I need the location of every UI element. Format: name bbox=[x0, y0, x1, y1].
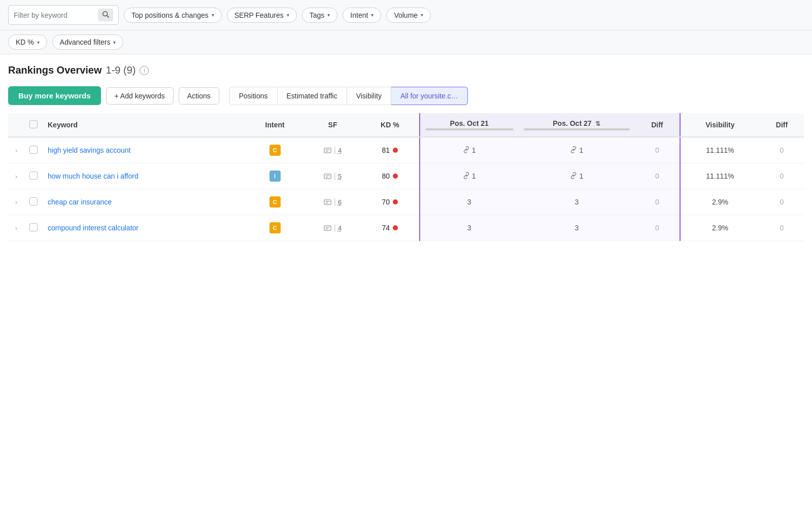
checkbox-cell[interactable] bbox=[24, 215, 43, 241]
chevron-down-icon: ▾ bbox=[421, 12, 423, 18]
pos-oct21-value: 3 bbox=[425, 224, 514, 232]
search-button[interactable] bbox=[98, 9, 113, 21]
pos-oct21-cell: 3 bbox=[420, 215, 519, 241]
pos-oct21-cell: 1 bbox=[420, 163, 519, 189]
expand-cell[interactable]: › bbox=[8, 189, 24, 215]
intent-cell: C bbox=[245, 215, 304, 241]
buy-keywords-button[interactable]: Buy more keywords bbox=[8, 86, 101, 105]
expand-cell[interactable]: › bbox=[8, 215, 24, 241]
chevron-down-icon: ▾ bbox=[37, 40, 40, 45]
actions-button[interactable]: Actions bbox=[179, 87, 219, 105]
filter-advanced[interactable]: Advanced filters ▾ bbox=[52, 35, 124, 50]
svg-rect-10 bbox=[326, 202, 328, 203]
filter-volume[interactable]: Volume ▾ bbox=[386, 8, 431, 23]
col-vis-diff-header: Diff bbox=[760, 113, 804, 137]
svg-rect-12 bbox=[326, 227, 330, 227]
rankings-table: Keyword Intent SF KD % Pos. Oct 21 bbox=[8, 113, 804, 241]
row-checkbox[interactable] bbox=[29, 197, 38, 206]
expand-cell[interactable]: › bbox=[8, 137, 24, 163]
add-keywords-label: + Add keywords bbox=[115, 92, 165, 100]
actions-label: Actions bbox=[187, 92, 211, 100]
kd-dot-icon bbox=[393, 174, 398, 179]
sort-icon: ⇅ bbox=[595, 120, 600, 127]
table-row: › high yield savings account C | 4 81 bbox=[8, 137, 804, 163]
rankings-title: Rankings Overview bbox=[8, 64, 102, 76]
filter-serp-features[interactable]: SERP Features ▾ bbox=[227, 8, 297, 23]
expand-cell[interactable]: › bbox=[8, 163, 24, 189]
scroll-indicator-2 bbox=[524, 128, 630, 130]
keyword-cell: high yield savings account bbox=[43, 137, 245, 163]
pos-oct21-cell: 3 bbox=[420, 189, 519, 215]
checkbox-cell[interactable] bbox=[24, 137, 43, 163]
vis-diff-value: 0 bbox=[780, 224, 784, 232]
svg-rect-11 bbox=[324, 225, 331, 230]
filter-kd[interactable]: KD % ▾ bbox=[8, 35, 47, 50]
pos-oct21-value: 1 bbox=[425, 172, 514, 181]
visibility-value: 2.9% bbox=[712, 224, 728, 232]
tab-visibility[interactable]: Visibility bbox=[347, 87, 391, 105]
col-checkbox bbox=[24, 113, 43, 137]
sf-number: 5 bbox=[338, 173, 342, 180]
filter-tags[interactable]: Tags ▾ bbox=[302, 8, 338, 23]
info-icon[interactable]: i bbox=[140, 66, 149, 75]
pos-oct21-number: 3 bbox=[467, 224, 471, 232]
expand-arrow-icon[interactable]: › bbox=[13, 223, 19, 234]
col-pos-oct27-header[interactable]: Pos. Oct 27 ⇅ bbox=[519, 113, 635, 137]
tab-all-yoursite[interactable]: All for yoursite.c… bbox=[391, 87, 468, 105]
row-checkbox[interactable] bbox=[29, 172, 38, 180]
chain-icon-2 bbox=[570, 146, 577, 155]
add-keywords-button[interactable]: + Add keywords bbox=[106, 87, 174, 105]
svg-line-1 bbox=[107, 16, 109, 18]
keyword-link[interactable]: high yield savings account bbox=[48, 146, 130, 154]
search-box[interactable] bbox=[8, 5, 119, 25]
keyword-link[interactable]: cheap car insurance bbox=[48, 198, 112, 206]
diff-cell: 0 bbox=[635, 215, 680, 241]
kd-number: 81 bbox=[382, 146, 390, 154]
sf-value: | 4 bbox=[310, 223, 356, 232]
tab-positions[interactable]: Positions bbox=[229, 87, 278, 105]
kd-dot-icon bbox=[393, 199, 398, 204]
col-intent-header: Intent bbox=[245, 113, 304, 137]
filter-top-positions[interactable]: Top positions & changes ▾ bbox=[124, 8, 222, 23]
kd-value: 70 bbox=[366, 198, 414, 206]
svg-rect-5 bbox=[324, 174, 331, 178]
sf-value: | 5 bbox=[310, 172, 356, 181]
sf-divider: | bbox=[334, 197, 336, 207]
table-header-row: Keyword Intent SF KD % Pos. Oct 21 bbox=[8, 113, 804, 137]
tab-estimated-traffic[interactable]: Estimated traffic bbox=[278, 87, 347, 105]
filter-bar-2: KD % ▾ Advanced filters ▾ bbox=[0, 30, 812, 54]
pos-oct21-value: 1 bbox=[425, 146, 514, 155]
pos-oct27-value: 1 bbox=[524, 172, 630, 181]
diff-cell: 0 bbox=[635, 137, 680, 163]
intent-cell: I bbox=[245, 163, 304, 189]
row-checkbox[interactable] bbox=[29, 146, 38, 154]
intent-cell: C bbox=[245, 189, 304, 215]
filter-intent-label: Intent bbox=[350, 11, 368, 19]
checkbox-cell[interactable] bbox=[24, 163, 43, 189]
keyword-link[interactable]: compound interest calculator bbox=[48, 224, 139, 232]
tab-group: Positions Estimated traffic Visibility A… bbox=[229, 87, 468, 105]
chevron-down-icon: ▾ bbox=[371, 12, 374, 18]
search-input[interactable] bbox=[14, 11, 95, 19]
visibility-value: 11.111% bbox=[706, 146, 734, 154]
pos-oct21-value: 3 bbox=[425, 198, 514, 206]
col-expand bbox=[8, 113, 24, 137]
expand-arrow-icon[interactable]: › bbox=[13, 171, 19, 182]
svg-rect-6 bbox=[326, 175, 330, 176]
pos-oct27-value: 3 bbox=[524, 224, 630, 232]
row-checkbox[interactable] bbox=[29, 223, 38, 231]
expand-arrow-icon[interactable]: › bbox=[13, 197, 19, 208]
checkbox-cell[interactable] bbox=[24, 189, 43, 215]
expand-arrow-icon[interactable]: › bbox=[13, 145, 19, 156]
intent-badge: I bbox=[269, 170, 281, 182]
kd-value: 81 bbox=[366, 146, 414, 154]
table-row: › compound interest calculator C | 4 74 bbox=[8, 215, 804, 241]
visibility-value: 2.9% bbox=[712, 198, 728, 206]
filter-top-positions-label: Top positions & changes bbox=[131, 11, 209, 19]
header-checkbox[interactable] bbox=[29, 120, 38, 128]
keyword-link[interactable]: how much house can i afford bbox=[48, 172, 139, 180]
filter-intent[interactable]: Intent ▾ bbox=[343, 8, 381, 23]
visibility-cell: 11.111% bbox=[680, 163, 760, 189]
svg-rect-7 bbox=[326, 177, 328, 177]
sf-number: 4 bbox=[338, 147, 342, 154]
